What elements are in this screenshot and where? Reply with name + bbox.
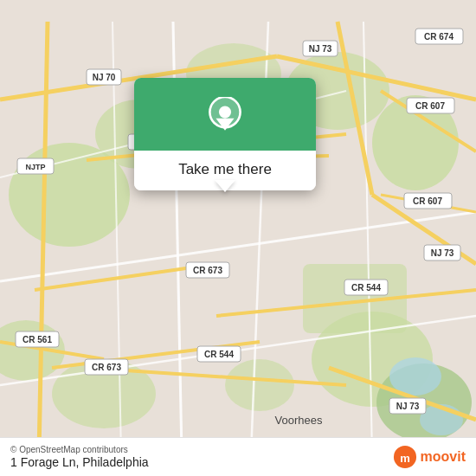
svg-text:NJ 70: NJ 70 <box>93 73 116 82</box>
svg-text:CR 674: CR 674 <box>424 32 453 42</box>
svg-text:CR 673: CR 673 <box>92 363 121 372</box>
svg-text:CR 673: CR 673 <box>193 266 222 275</box>
svg-text:CR 561: CR 561 <box>23 335 52 344</box>
svg-text:CR 544: CR 544 <box>351 283 381 293</box>
bottom-left: © OpenStreetMap contributors 1 Forage Ln… <box>10 445 149 469</box>
svg-text:NJ 73: NJ 73 <box>396 402 420 411</box>
moovit-logo-icon: m <box>393 445 417 469</box>
bottom-bar: © OpenStreetMap contributors 1 Forage Ln… <box>0 437 476 476</box>
svg-text:NJ 73: NJ 73 <box>431 248 454 258</box>
svg-text:NJ 73: NJ 73 <box>309 44 332 54</box>
map-container: CR 674 NJ 70 NJ 73 CR 607 NJTP CR 673 NJ… <box>0 0 476 476</box>
location-pin-icon <box>206 97 244 135</box>
svg-text:CR 544: CR 544 <box>204 350 234 359</box>
moovit-logo: m moovit <box>393 445 466 469</box>
svg-text:CR 607: CR 607 <box>415 101 445 111</box>
popup-arrow <box>215 180 235 192</box>
address-text: 1 Forage Ln, Philadelphia <box>10 455 149 469</box>
attribution-text: © OpenStreetMap contributors <box>10 445 149 454</box>
svg-point-9 <box>225 359 294 411</box>
svg-point-68 <box>219 106 231 119</box>
svg-text:Voorhees: Voorhees <box>275 414 323 427</box>
svg-text:CR 607: CR 607 <box>413 196 442 206</box>
moovit-text: moovit <box>421 449 466 465</box>
svg-text:m: m <box>400 452 410 465</box>
popup-card[interactable]: Take me there <box>134 78 316 190</box>
svg-text:NJTP: NJTP <box>25 163 45 171</box>
map-svg: CR 674 NJ 70 NJ 73 CR 607 NJTP CR 673 NJ… <box>0 0 476 476</box>
popup-header <box>134 78 316 151</box>
